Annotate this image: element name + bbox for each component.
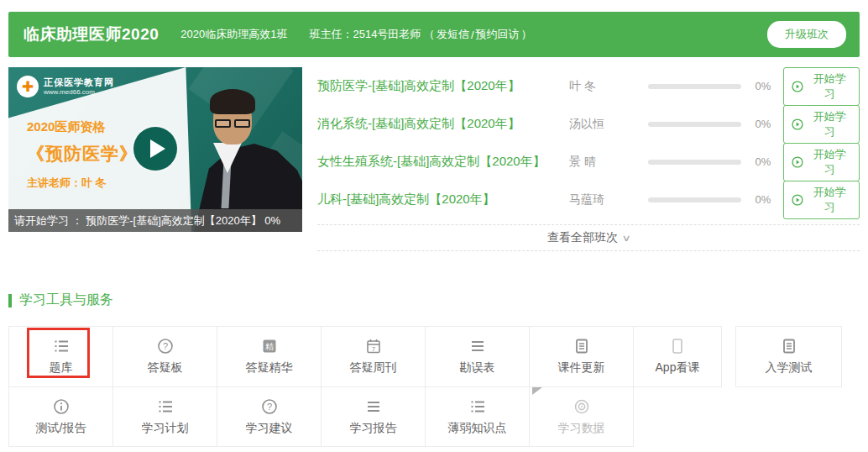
tool-label: 答疑精华: [246, 360, 293, 376]
course-row: 消化系统-[基础]高效定制【2020年】 汤以恒 0% 开始学习: [317, 105, 860, 143]
tool-entrance-test[interactable]: 入学测试: [735, 326, 842, 387]
course-teacher: 汤以恒: [569, 117, 646, 132]
list-icon: [157, 398, 174, 415]
advisor-info: 班主任：2514号田老师 （ 发短信 / 预约回访 ）: [309, 27, 531, 42]
course-progress-label: 0%: [755, 155, 783, 168]
chevron-down-icon: ∨: [621, 233, 630, 244]
tool-label: 学习计划: [142, 421, 189, 436]
tool-study-data[interactable]: 学习数据: [529, 386, 634, 447]
essence-badge-icon: 精: [261, 338, 278, 355]
course-teacher: 景 晴: [569, 155, 646, 170]
tools-grid: 题库 ? 答疑板 精 答疑精华 7 答疑周刊 勘误表 课件更新: [8, 326, 848, 447]
tool-qa-weekly[interactable]: 7 答疑周刊: [321, 326, 426, 387]
view-all-classes-link[interactable]: 查看全部班次 ∨: [317, 224, 860, 251]
course-title-link[interactable]: 女性生殖系统-[基础]高效定制【2020年】: [317, 154, 569, 170]
tool-study-advice[interactable]: ? 学习建议: [217, 386, 322, 447]
question-circle-icon: ?: [261, 398, 278, 415]
course-row: 预防医学-[基础]高效定制【2020年】 叶 冬 0% 开始学习: [317, 67, 860, 105]
course-title-link[interactable]: 预防医学-[基础]高效定制【2020年】: [317, 78, 569, 94]
play-icon[interactable]: [131, 124, 180, 173]
course-teacher: 叶 冬: [569, 79, 646, 94]
tool-label: 入学测试: [766, 360, 813, 376]
send-sms-link[interactable]: 发短信: [437, 27, 469, 42]
play-circle-icon: [792, 118, 803, 130]
tool-study-report[interactable]: 学习报告: [321, 386, 426, 447]
tools-row-1: 题库 ? 答疑板 精 答疑精华 7 答疑周刊 勘误表 课件更新: [8, 326, 848, 387]
tool-weak-points[interactable]: 薄弱知识点: [425, 386, 530, 447]
tool-app-viewing[interactable]: App看课: [633, 326, 722, 387]
course-title-link[interactable]: 儿科-[基础]高效定制【2020年】: [317, 192, 569, 208]
tool-errata[interactable]: 勘误表: [425, 326, 530, 387]
target-icon: [573, 398, 590, 415]
brand-url: www.med66.com: [44, 88, 114, 96]
tool-qa-essence[interactable]: 精 答疑精华: [217, 326, 322, 387]
tool-question-bank[interactable]: 题库: [8, 326, 113, 387]
course-progress-bar: [648, 197, 741, 202]
tool-study-plan[interactable]: 学习计划: [112, 386, 217, 447]
svg-text:精: 精: [265, 342, 274, 351]
tool-label: 答疑板: [148, 360, 183, 376]
course-title-link[interactable]: 消化系统-[基础]高效定制【2020年】: [317, 116, 569, 132]
link-divider: /: [471, 29, 474, 41]
video-title-year: 2020医师资格: [27, 119, 138, 135]
brand-name: 正保医学教育网: [44, 77, 114, 88]
phone-icon: [669, 338, 686, 355]
course-progress-label: 0%: [755, 80, 783, 92]
tool-label: 学习数据: [558, 421, 605, 436]
section-title: 学习工具与服务: [19, 292, 113, 309]
advisor-label: 班主任：2514号田老师 （: [309, 27, 435, 42]
svg-text:7: 7: [371, 345, 375, 353]
start-learning-button[interactable]: 开始学习: [783, 181, 860, 219]
course-progress-bar: [648, 160, 741, 165]
play-circle-icon: [792, 81, 803, 92]
tool-label: App看课: [656, 360, 700, 376]
document-icon: [573, 338, 590, 355]
course-list: 预防医学-[基础]高效定制【2020年】 叶 冬 0% 开始学习 消化系统-[基…: [317, 67, 860, 251]
start-learning-button[interactable]: 开始学习: [783, 105, 860, 144]
course-progress-bar: [648, 122, 741, 127]
corner-triangle-marker: [532, 387, 542, 395]
svg-text:?: ?: [266, 402, 271, 412]
course-progress-bar: [648, 84, 741, 89]
advisor-suffix: ）: [521, 27, 532, 42]
upgrade-class-button[interactable]: 升级班次: [767, 21, 846, 48]
page-title: 临床助理医师2020: [24, 24, 159, 45]
start-learning-button[interactable]: 开始学习: [783, 67, 860, 106]
brand-logo-block: ✚ 正保医学教育网 www.med66.com: [17, 76, 114, 97]
question-circle-icon: ?: [157, 338, 174, 355]
section-header: 学习工具与服务: [8, 292, 860, 309]
info-circle-icon: [53, 398, 70, 415]
tool-test-report[interactable]: 测试/报告: [8, 386, 113, 447]
tool-courseware-update[interactable]: 课件更新: [529, 326, 634, 387]
course-row: 儿科-[基础]高效定制【2020年】 马蕴琦 0% 开始学习: [317, 181, 860, 218]
video-caption: 请开始学习 ： 预防医学-[基础]高效定制【2020年】 0%: [8, 209, 302, 232]
course-video-thumbnail[interactable]: ✚ 正保医学教育网 www.med66.com 2020医师资格 《预防医学》 …: [8, 67, 302, 232]
callback-link[interactable]: 预约回访: [476, 27, 520, 42]
class-banner: 临床助理医师2020 2020临床助理高效1班 班主任：2514号田老师 （ 发…: [8, 12, 860, 57]
lines-icon: [365, 398, 382, 415]
tool-label: 薄弱知识点: [448, 421, 507, 436]
video-teacher-line: 主讲老师：叶 冬: [27, 176, 138, 191]
list-icon: [53, 338, 70, 355]
instructor-photo: [168, 67, 302, 232]
tool-label: 题库: [50, 360, 73, 376]
main-row: ✚ 正保医学教育网 www.med66.com 2020医师资格 《预防医学》 …: [8, 67, 860, 251]
tools-row-2: 测试/报告 学习计划 ? 学习建议 学习报告 薄弱知识点 学习数据: [8, 387, 848, 447]
tool-label: 勘误表: [460, 360, 495, 376]
course-progress-label: 0%: [755, 118, 783, 130]
page: 临床助理医师2020 2020临床助理高效1班 班主任：2514号田老师 （ 发…: [8, 12, 860, 447]
grid-gap: [721, 326, 735, 387]
med66-logo-icon: ✚: [17, 76, 39, 97]
tool-label: 课件更新: [558, 360, 605, 376]
play-circle-icon: [792, 156, 803, 168]
lines-icon: [469, 338, 486, 355]
tool-label: 学习建议: [246, 421, 293, 436]
list-icon: [469, 398, 486, 415]
tool-label: 学习报告: [350, 421, 397, 436]
document-icon: [781, 338, 797, 355]
calendar-icon: 7: [365, 338, 382, 355]
course-teacher: 马蕴琦: [569, 192, 646, 208]
tool-qa-board[interactable]: ? 答疑板: [112, 326, 217, 387]
start-learning-button[interactable]: 开始学习: [783, 143, 860, 181]
course-row: 女性生殖系统-[基础]高效定制【2020年】 景 晴 0% 开始学习: [317, 143, 860, 181]
